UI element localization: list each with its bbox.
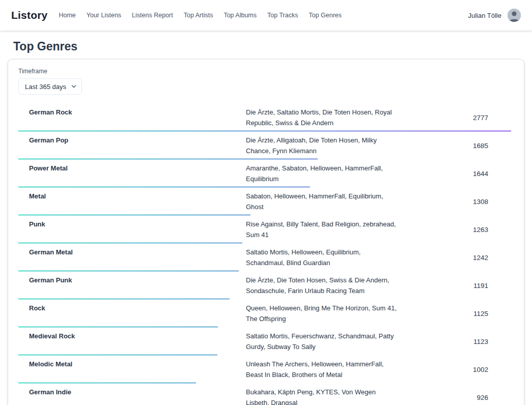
user-avatar[interactable] bbox=[508, 9, 521, 22]
genre-artists: Saltatio Mortis, Feuerschwanz, Schandmau… bbox=[246, 331, 400, 352]
genre-row: German Punk Die Ärzte, Die Toten Hosen, … bbox=[8, 272, 524, 300]
timeframe-label: Timeframe bbox=[18, 68, 514, 75]
genre-artists: Saltatio Mortis, Helloween, Equilibrium,… bbox=[246, 247, 400, 268]
nav-link-top-genres[interactable]: Top Genres bbox=[309, 12, 342, 19]
genre-name: Power Metal bbox=[29, 163, 246, 173]
genre-row: Medieval Rock Saltatio Mortis, Feuerschw… bbox=[8, 328, 524, 356]
user-menu: Julian Tölle bbox=[468, 9, 521, 22]
timeframe-control: Timeframe Last 365 days bbox=[8, 68, 524, 96]
genre-row: German Rock Die Ärzte, Saltatio Mortis, … bbox=[8, 104, 524, 132]
genre-count: 1123 bbox=[473, 338, 524, 345]
genre-artists: Die Ärzte, Alligatoah, Die Toten Hosen, … bbox=[246, 135, 400, 156]
timeframe-select[interactable]: Last 365 days bbox=[18, 78, 82, 95]
genre-name: Rock bbox=[29, 303, 246, 313]
user-name: Julian Tölle bbox=[468, 12, 501, 19]
genre-name: German Metal bbox=[29, 247, 246, 257]
brand-logo[interactable]: Listory bbox=[11, 9, 47, 21]
genre-row: Rock Queen, Helloween, Bring Me The Hori… bbox=[8, 300, 524, 328]
genre-artists: Rise Against, Billy Talent, Bad Religion… bbox=[246, 219, 400, 240]
genre-artists: Die Ärzte, Die Toten Hosen, Swiss & Die … bbox=[246, 275, 400, 296]
genre-row: Power Metal Amaranthe, Sabaton, Hellowee… bbox=[8, 160, 524, 188]
genre-count: 1308 bbox=[473, 198, 524, 206]
genre-row: German Pop Die Ärzte, Alligatoah, Die To… bbox=[8, 132, 524, 160]
genre-name: German Pop bbox=[29, 135, 246, 146]
chevron-down-icon bbox=[71, 84, 76, 89]
genre-row: Melodic Metal Unleash The Archers, Hello… bbox=[8, 356, 524, 384]
genre-row: German Indie Bukahara, Käptn Peng, KYTES… bbox=[8, 384, 524, 405]
genre-row: Punk Rise Against, Billy Talent, Bad Rel… bbox=[8, 216, 524, 244]
app-navbar: Listory Home Your Listens Listens Report… bbox=[0, 0, 532, 31]
avatar-image bbox=[508, 9, 521, 22]
genre-name: German Indie bbox=[29, 387, 246, 397]
genre-artists: Die Ärzte, Saltatio Mortis, Die Toten Ho… bbox=[246, 107, 400, 128]
genre-count: 1242 bbox=[473, 254, 524, 262]
genre-count: 1191 bbox=[473, 282, 524, 290]
nav-link-top-albums[interactable]: Top Albums bbox=[223, 12, 257, 19]
nav-link-top-tracks[interactable]: Top Tracks bbox=[267, 12, 298, 19]
genre-name: German Punk bbox=[29, 275, 246, 285]
genre-count: 1263 bbox=[473, 226, 524, 234]
top-genres-card: Timeframe Last 365 days German Rock Die … bbox=[8, 60, 524, 405]
genre-count: 2777 bbox=[473, 114, 524, 122]
page-title: Top Genres bbox=[13, 40, 532, 53]
genre-name: Punk bbox=[29, 219, 246, 229]
genre-artists: Sabaton, Helloween, HammerFall, Equilibr… bbox=[246, 191, 400, 212]
genre-count: 1002 bbox=[473, 366, 524, 373]
genre-artists: Amaranthe, Sabaton, Helloween, HammerFal… bbox=[246, 163, 400, 184]
genre-name: Melodic Metal bbox=[29, 359, 246, 369]
genre-count: 926 bbox=[477, 394, 524, 401]
genre-name: German Rock bbox=[29, 107, 246, 118]
nav-link-your-listens[interactable]: Your Listens bbox=[87, 12, 121, 19]
genre-name: Medieval Rock bbox=[29, 331, 246, 341]
nav-link-home[interactable]: Home bbox=[59, 12, 75, 19]
genre-count: 1685 bbox=[473, 142, 524, 150]
genre-count: 1644 bbox=[473, 170, 524, 178]
genre-artists: Bukahara, Käptn Peng, KYTES, Von Wegen L… bbox=[246, 387, 400, 405]
genre-count: 1125 bbox=[473, 310, 524, 317]
genre-artists: Unleash The Archers, Helloween, HammerFa… bbox=[246, 359, 400, 380]
main-nav: Home Your Listens Listens Report Top Art… bbox=[59, 12, 342, 19]
genre-row: Metal Sabaton, Helloween, HammerFall, Eq… bbox=[8, 188, 524, 216]
nav-link-top-artists[interactable]: Top Artists bbox=[184, 12, 213, 19]
genre-table: German Rock Die Ärzte, Saltatio Mortis, … bbox=[8, 104, 524, 405]
genre-row: German Metal Saltatio Mortis, Helloween,… bbox=[8, 244, 524, 272]
genre-name: Metal bbox=[29, 191, 246, 201]
nav-link-listens-report[interactable]: Listens Report bbox=[132, 12, 173, 19]
genre-artists: Queen, Helloween, Bring Me The Horizon, … bbox=[246, 303, 400, 324]
timeframe-value: Last 365 days bbox=[25, 83, 66, 91]
